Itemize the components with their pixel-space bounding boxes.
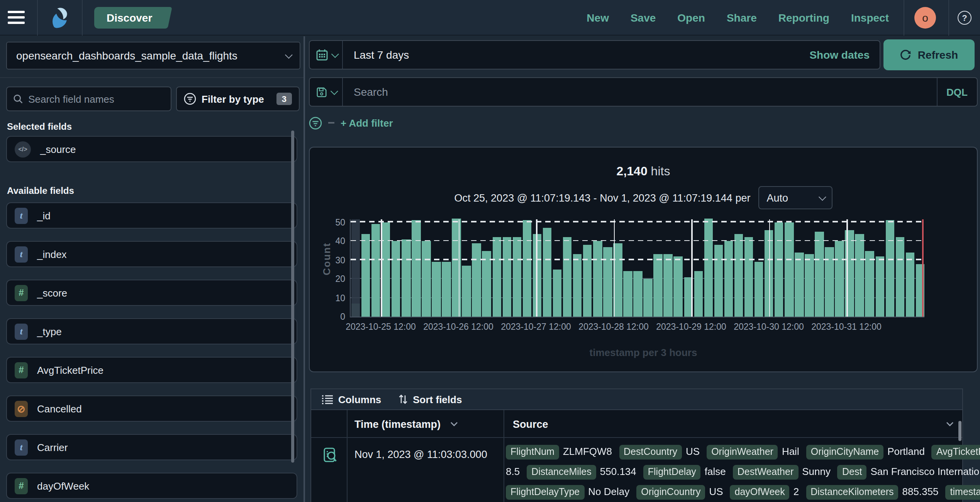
- nav-link-share[interactable]: Share: [727, 12, 757, 24]
- user-avatar[interactable]: o: [914, 7, 936, 29]
- histogram-bar[interactable]: [482, 251, 491, 317]
- nav-link-open[interactable]: Open: [677, 12, 705, 24]
- histogram-bar[interactable]: [775, 222, 783, 317]
- chevron-down-icon: [285, 51, 293, 58]
- field-item-Cancelled[interactable]: ⊘Cancelled: [6, 395, 297, 422]
- histogram-bar[interactable]: [795, 253, 804, 317]
- field-item-_source[interactable]: </>_source: [6, 136, 297, 162]
- histogram-bar[interactable]: [583, 245, 592, 317]
- histogram-bar[interactable]: [724, 241, 733, 317]
- interval-select[interactable]: Auto: [758, 186, 832, 209]
- histogram-bar[interactable]: [714, 245, 723, 317]
- field-item-_score[interactable]: #_score: [6, 280, 297, 306]
- histogram-bar[interactable]: [835, 241, 844, 317]
- histogram-bar[interactable]: [855, 234, 864, 317]
- query-search-bar: DQL: [309, 77, 978, 107]
- opensearch-logo-icon[interactable]: [48, 6, 71, 29]
- histogram-bar[interactable]: [522, 220, 531, 317]
- source-field-value: 2: [793, 486, 799, 497]
- histogram-bar[interactable]: [472, 243, 481, 317]
- histogram-bar[interactable]: [754, 262, 763, 317]
- field-search-input[interactable]: [28, 93, 164, 105]
- histogram-bar[interactable]: [704, 219, 713, 317]
- histogram-bar[interactable]: [543, 228, 552, 317]
- sort-fields-button[interactable]: Sort fields: [398, 393, 462, 405]
- histogram-bar[interactable]: [825, 247, 834, 317]
- time-column-header[interactable]: Time (timestamp): [354, 410, 498, 438]
- histogram-bar[interactable]: [361, 234, 370, 317]
- refresh-icon: [900, 49, 912, 61]
- histogram-bar[interactable]: [392, 241, 400, 317]
- table-scrollbar[interactable]: [958, 421, 961, 441]
- histogram-bar[interactable]: [462, 266, 471, 317]
- histogram-bar[interactable]: [865, 251, 874, 317]
- histogram-bar[interactable]: [502, 237, 511, 317]
- histogram-bar[interactable]: [381, 222, 390, 317]
- show-dates-link[interactable]: Show dates: [809, 49, 870, 61]
- add-filter-link[interactable]: + Add filter: [341, 117, 393, 129]
- nav-link-inspect[interactable]: Inspect: [851, 12, 889, 24]
- histogram-bar[interactable]: [492, 237, 501, 317]
- histogram-bar[interactable]: [905, 253, 914, 317]
- source-field-value: false: [705, 466, 726, 477]
- source-field-badge: DestWeather: [733, 465, 798, 480]
- field-item-_type[interactable]: t_type: [6, 318, 297, 344]
- source-column-header[interactable]: Source: [513, 410, 945, 438]
- query-language-button[interactable]: DQL: [936, 78, 977, 106]
- histogram-bar[interactable]: [805, 254, 814, 317]
- histogram-bar[interactable]: [573, 254, 582, 317]
- histogram-bar[interactable]: [442, 262, 451, 317]
- sidebar-border: [303, 36, 305, 502]
- nav-link-reporting[interactable]: Reporting: [778, 12, 829, 24]
- source-field-badge: DistanceMiles: [527, 465, 596, 480]
- histogram-bar[interactable]: [694, 271, 703, 317]
- histogram-bar[interactable]: [875, 256, 884, 317]
- field-item-AvgTicketPrice[interactable]: #AvgTicketPrice: [6, 357, 297, 383]
- sidebar-scrollbar[interactable]: [291, 131, 294, 463]
- saved-query-button[interactable]: [310, 78, 343, 106]
- histogram-bar[interactable]: [402, 239, 410, 317]
- histogram-bar[interactable]: [412, 220, 420, 317]
- histogram-bar[interactable]: [734, 234, 743, 317]
- index-pattern-select[interactable]: opensearch_dashboards_sample_data_flight…: [6, 42, 300, 70]
- histogram-bar[interactable]: [654, 254, 663, 317]
- histogram-bar[interactable]: [422, 241, 431, 317]
- histogram-bar[interactable]: [674, 256, 683, 317]
- histogram-bar[interactable]: [603, 247, 612, 317]
- histogram-bar[interactable]: [432, 262, 441, 317]
- date-quick-select-button[interactable]: [310, 41, 343, 69]
- field-item-dayOfWeek[interactable]: #dayOfWeek: [6, 473, 297, 499]
- source-field-badge: OriginWeather: [707, 445, 778, 460]
- time-range-value[interactable]: Last 7 days: [354, 49, 809, 61]
- refresh-button[interactable]: Refresh: [883, 39, 975, 70]
- nav-link-save[interactable]: Save: [631, 12, 656, 24]
- histogram-bar[interactable]: [664, 254, 673, 317]
- histogram-bar[interactable]: [623, 271, 632, 317]
- histogram-bar[interactable]: [563, 237, 572, 317]
- histogram-bar[interactable]: [644, 279, 653, 317]
- histogram-bar[interactable]: [593, 241, 602, 317]
- expand-document-button[interactable]: [322, 447, 338, 464]
- histogram-bar[interactable]: [512, 237, 521, 317]
- menu-icon[interactable]: [8, 11, 26, 25]
- filter-by-type-button[interactable]: Filter by type 3: [176, 86, 300, 111]
- histogram-bar[interactable]: [895, 237, 904, 317]
- help-icon[interactable]: ?: [958, 11, 972, 25]
- source-field-value: No Delay: [588, 486, 629, 497]
- field-item-Carrier[interactable]: tCarrier: [6, 434, 297, 460]
- histogram-bar[interactable]: [634, 271, 643, 317]
- histogram-bar[interactable]: [744, 237, 753, 317]
- nav-link-new[interactable]: New: [587, 12, 609, 24]
- histogram-bar[interactable]: [553, 270, 562, 317]
- columns-button[interactable]: Columns: [322, 393, 381, 405]
- histogram-bar[interactable]: [785, 222, 793, 317]
- field-item-_id[interactable]: t_id: [6, 202, 297, 229]
- field-item-_index[interactable]: t_index: [6, 241, 297, 267]
- search-input[interactable]: [354, 86, 936, 98]
- time-column-label: Time (timestamp): [354, 418, 441, 430]
- chevron-down-icon: [331, 50, 339, 58]
- histogram-bar[interactable]: [371, 224, 380, 317]
- histogram-bar[interactable]: [815, 232, 824, 317]
- histogram-bar[interactable]: [885, 220, 894, 317]
- filter-icon[interactable]: [309, 116, 322, 129]
